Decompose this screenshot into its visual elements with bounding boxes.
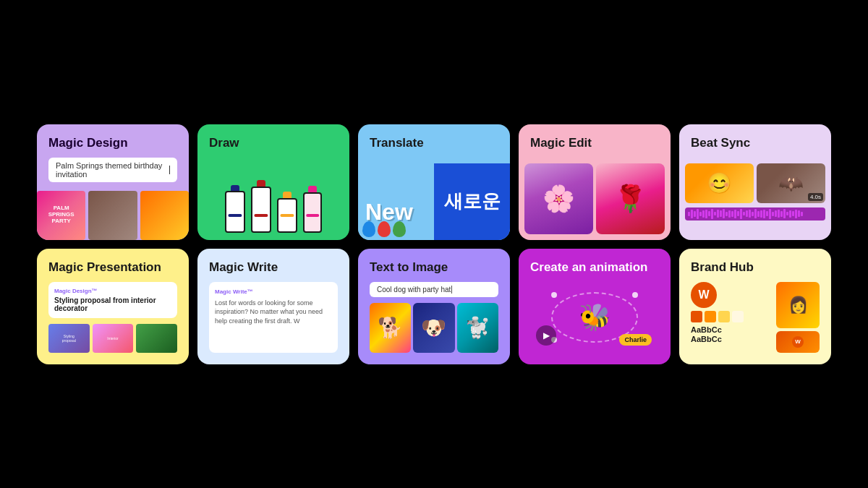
brand-colors [691, 311, 772, 322]
color-swatch-1 [691, 311, 702, 322]
brand-hub-left: W AaBbCcAaBbCc [691, 282, 772, 353]
magic-pres-proposal: Styling proposal from interior decorator [54, 296, 171, 312]
magic-design-images: PALMSPRINGSPARTY [37, 191, 189, 240]
dog-emoji-2: 🐶 [421, 316, 446, 340]
color-swatch-3 [718, 311, 730, 322]
slide-thumb-2: Interior [93, 324, 134, 353]
magic-presentation-content: Magic Design™ Styling proposal from inte… [48, 282, 177, 318]
slide-thumb-3 [136, 324, 177, 353]
magic-pres-slides: Stylingproposal Interior [48, 324, 177, 353]
dog-emoji-1: 🐕 [378, 316, 403, 340]
magic-design-card[interactable]: Magic Design Palm Springs themed birthda… [37, 124, 189, 240]
create-animation-title: Create an animation [530, 260, 659, 275]
brand-logo-small: W [792, 336, 804, 348]
edit-flower-image: 🌸 [524, 163, 593, 234]
bottle-yellow [277, 192, 297, 233]
color-swatch-2 [705, 311, 716, 322]
brand-hub-image-top: 👩 [776, 282, 820, 328]
magic-write-box: Magic Write™ Lost for words or looking f… [209, 282, 338, 353]
beat-video-1: 😊 [685, 163, 754, 203]
magic-design-input-text: Palm Springs themed birthday invitation [56, 161, 166, 179]
tti-image-1: 🐕 [370, 303, 411, 353]
translate-card[interactable]: Translate New 새로운 [358, 124, 510, 240]
brand-logo: W [691, 282, 717, 308]
tti-image-2: 🐶 [413, 303, 454, 353]
magic-design-input[interactable]: Palm Springs themed birthday invitation [48, 158, 177, 182]
beat-sync-card[interactable]: Beat Sync 😊 🦇 4.0s [679, 124, 831, 240]
magic-edit-images: 🌸 🌹 [519, 163, 671, 240]
rose-emoji: 🌹 [614, 184, 647, 214]
translate-left: New [358, 163, 434, 240]
text-to-image-card[interactable]: Text to Image Cool dog with party hat 🐕 … [358, 249, 510, 364]
beat-sync-videos: 😊 🦇 4.0s [679, 163, 831, 203]
draw-card[interactable]: Draw [197, 124, 349, 240]
tti-cursor [451, 286, 452, 294]
magic-write-text: Lost for words or looking for some inspi… [215, 299, 332, 326]
magic-design-title: Magic Design [48, 136, 177, 150]
translate-preview: New 새로운 [358, 163, 510, 240]
slide-text-2: Interior [106, 335, 120, 342]
slide-text-1: Stylingproposal [61, 333, 77, 344]
draw-title: Draw [197, 124, 349, 156]
magic-write-card[interactable]: Magic Write Magic Write™ Lost for words … [197, 249, 349, 364]
design-preview-2 [88, 191, 137, 240]
feature-grid: Magic Design Palm Springs themed birthda… [22, 110, 846, 379]
brand-person-emoji: 👩 [788, 296, 808, 314]
beat-video-2: 🦇 4.0s [757, 163, 825, 203]
text-to-image-title: Text to Image [370, 260, 498, 275]
charlie-label: Charlie [619, 334, 652, 346]
magic-edit-card[interactable]: Magic Edit 🌸 🌹 [519, 124, 671, 240]
flower-emoji: 🌸 [542, 184, 575, 214]
tti-image-3: 🐩 [457, 303, 498, 353]
bottle-blue [225, 185, 245, 233]
brand-hub-card[interactable]: Brand Hub W AaBbCcAaBbCc 👩 W [679, 249, 831, 364]
magic-pres-badge: Magic Design™ [54, 288, 171, 294]
design-preview-3 [140, 191, 189, 240]
animation-preview: 🐝 ▶ Charlie [530, 282, 659, 353]
edit-rose-image: 🌹 [596, 163, 665, 234]
cursor [169, 166, 170, 174]
translate-right: 새로운 [434, 163, 510, 240]
path-dot-tr [632, 292, 638, 298]
translate-title: Translate [358, 124, 510, 156]
slide-thumb-1: Stylingproposal [48, 324, 90, 353]
magic-write-title: Magic Write [209, 260, 338, 275]
person-emoji-2: 🦇 [778, 171, 804, 195]
create-animation-card[interactable]: Create an animation 🐝 ▶ Charlie [519, 249, 671, 364]
anim-bee-container: 🐝 [579, 302, 611, 333]
path-dot-tl [551, 292, 557, 298]
beat-sync-title: Beat Sync [679, 124, 831, 156]
brand-logo-letter: W [698, 288, 709, 301]
design-preview-1: PALMSPRINGSPARTY [37, 191, 85, 240]
magic-edit-title: Magic Edit [519, 124, 671, 156]
tti-input-text: Cool dog with party hat [377, 286, 451, 294]
anim-play-button[interactable]: ▶ [536, 325, 556, 346]
beat-waveform [685, 207, 825, 221]
magic-presentation-card[interactable]: Magic Presentation Magic Design™ Styling… [37, 249, 189, 364]
color-swatch-4 [732, 311, 744, 322]
palm-text: PALMSPRINGSPARTY [46, 202, 77, 227]
magic-write-badge: Magic Write™ [215, 288, 332, 296]
bottle-red [251, 180, 271, 233]
beat-duration: 4.0s [808, 193, 823, 201]
magic-presentation-title: Magic Presentation [48, 260, 177, 275]
person-emoji-1: 😊 [707, 171, 732, 195]
play-icon: ▶ [543, 330, 550, 341]
bottle-pink [303, 186, 322, 233]
draw-bottles [197, 163, 349, 240]
brand-hub-right: 👩 W [776, 282, 820, 353]
brand-typography: AaBbCcAaBbCc [691, 325, 772, 344]
brand-hub-image-bottom: W [776, 331, 820, 353]
tti-input[interactable]: Cool dog with party hat [370, 282, 498, 297]
brand-hub-title: Brand Hub [691, 260, 820, 275]
dog-emoji-3: 🐩 [465, 316, 490, 340]
tti-images: 🐕 🐶 🐩 [370, 303, 498, 353]
brand-hub-content: W AaBbCcAaBbCc 👩 W [691, 282, 820, 353]
translate-korean-text: 새로운 [444, 189, 501, 214]
